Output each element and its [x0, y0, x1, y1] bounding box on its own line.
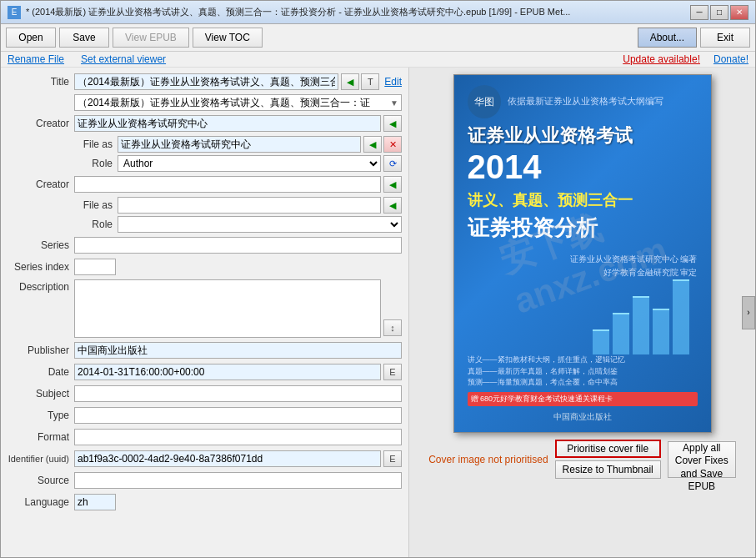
creator2-fileas-row: File as ◀ [74, 197, 402, 214]
creator2-fileas-left-btn[interactable]: ◀ [383, 197, 402, 214]
resize-thumbnail-button[interactable]: Resize to Thumbnail [555, 460, 661, 479]
type-label: Type [8, 410, 74, 421]
date-input[interactable] [74, 364, 381, 380]
cover-publisher: 中国商业出版社 [468, 411, 698, 423]
prioritise-cover-button[interactable]: Prioritise cover file [555, 440, 661, 458]
creator1-fileas-input[interactable] [118, 136, 361, 153]
title-row: Title ◀ T Edit [8, 73, 402, 91]
creator2-left-btn[interactable]: ◀ [383, 176, 402, 193]
type-row: Type [8, 406, 402, 425]
bar-4 [653, 309, 669, 354]
window-controls: ─ □ ✕ [690, 5, 748, 20]
date-E-btn[interactable]: E [383, 364, 402, 380]
source-label: Source [8, 475, 74, 486]
left-panel: Title ◀ T Edit （2014最新版）证券业从业资格考试讲义、真题、预… [1, 68, 409, 557]
language-input[interactable] [74, 494, 116, 510]
cover-promo: 讲义——紧扣教材和大纲，抓住重点，逻辑记忆 真题——最新历年真题，名师详解，点睛… [468, 354, 698, 389]
description-textarea[interactable] [74, 279, 381, 338]
identifier-input[interactable] [74, 450, 381, 467]
about-button[interactable]: About... [638, 28, 697, 48]
creator2-row: Creator ◀ [8, 175, 402, 194]
creator1-fileas-label: File as [74, 138, 118, 150]
creator1-btn-group: ◀ [383, 115, 402, 132]
title-combo-display[interactable]: （2014最新版）证券业从业资格考试讲义、真题、预测三合一：证 ▼ [74, 94, 402, 111]
format-input[interactable] [74, 429, 402, 445]
identifier-E-btn[interactable]: E [383, 450, 402, 467]
scroll-right-btn[interactable]: › [742, 296, 755, 329]
publisher-label: Publisher [8, 344, 74, 356]
creator1-sub-panel: File as ◀ ✕ Role Author Editor Translato… [74, 136, 402, 172]
series-index-input[interactable] [74, 259, 116, 275]
date-label: Date [8, 366, 74, 378]
creator1-fileas-btns: ◀ ✕ [363, 136, 402, 153]
save-button[interactable]: Save [59, 28, 109, 48]
description-btn-col: ↕ [383, 279, 402, 338]
creator2-btn-group: ◀ [383, 176, 402, 193]
creator1-cycle-btn[interactable]: ⟳ [383, 155, 402, 172]
publisher-row: Publisher [8, 341, 402, 359]
description-block: Description ↕ [8, 279, 402, 338]
identifier-btn-group: E [383, 450, 402, 467]
minimize-button[interactable]: ─ [690, 5, 708, 20]
subject-input[interactable] [74, 385, 402, 402]
close-button[interactable]: ✕ [730, 5, 748, 20]
donate-link[interactable]: Donate! [713, 53, 748, 65]
creator2-role-row: Role Author Editor [74, 216, 402, 233]
creator1-role-select[interactable]: Author Editor Translator [118, 155, 381, 172]
cover-subtitle: 依据最新证券业从业资格考试大纲编写 [508, 95, 663, 108]
creator1-left-btn[interactable]: ◀ [383, 115, 402, 132]
creator1-delete-btn[interactable]: ✕ [383, 136, 402, 153]
links-bar: Rename File Set external viewer Update a… [1, 52, 755, 68]
exit-button[interactable]: Exit [700, 28, 750, 48]
cover-controls: Cover image not prioritised Prioritise c… [416, 440, 748, 479]
creator1-fileas-left-btn[interactable]: ◀ [363, 136, 382, 153]
view-toc-button[interactable]: View TOC [193, 28, 263, 48]
identifier-label: Identifier (uuid) [8, 454, 74, 464]
update-available-link[interactable]: Update available! [623, 53, 700, 65]
title-label: Title [8, 76, 74, 88]
creator2-fileas-btns: ◀ [383, 197, 402, 214]
bar-chart [593, 279, 689, 354]
creator2-block: Creator ◀ File as ◀ Role [8, 175, 402, 233]
description-label: Description [8, 279, 74, 338]
series-label: Series [8, 239, 74, 251]
cover-tagline: 讲义、真题、预测三合一 [468, 190, 698, 210]
creator1-input[interactable] [74, 115, 381, 132]
bar-2 [613, 313, 629, 354]
language-label: Language [8, 496, 74, 508]
type-input[interactable] [74, 407, 402, 424]
title-edit-link[interactable]: Edit [384, 76, 402, 88]
open-button[interactable]: Open [6, 28, 56, 48]
right-links: Update available! Donate! [623, 53, 748, 65]
maximize-button[interactable]: □ [710, 5, 728, 20]
creator1-block: Creator ◀ File as ◀ ✕ [8, 114, 402, 172]
view-epub-button[interactable]: View EPUB [113, 28, 189, 48]
creator2-input[interactable] [74, 176, 381, 193]
rename-file-link[interactable]: Rename File [8, 53, 64, 65]
title-btn-group: ◀ T Edit [341, 73, 402, 90]
format-label: Format [8, 431, 74, 443]
cover-logo: 华图 [468, 85, 501, 118]
description-expand-btn[interactable]: ↕ [383, 319, 402, 336]
cover-status: Cover image not prioritised [428, 454, 548, 465]
creator1-fileas-row: File as ◀ ✕ [74, 136, 402, 153]
publisher-input[interactable] [74, 342, 402, 359]
app-icon: E [8, 6, 21, 19]
creator2-fileas-label: File as [74, 199, 118, 211]
cover-subject: 证券投资分析 [468, 214, 698, 243]
title-input[interactable] [74, 73, 338, 90]
title-T-btn[interactable]: T [361, 73, 379, 90]
window-title: * (2014最新版) 证券业从业资格考试讲义、真题、预测三合一：证券投资分析 … [26, 6, 690, 18]
creator2-role-select[interactable]: Author Editor [118, 216, 402, 233]
apply-all-button[interactable]: Apply allCover Fixesand SaveEPUB [668, 441, 736, 478]
title-left-btn[interactable]: ◀ [341, 73, 359, 90]
cover-logo-area: 华图 依据最新证券业从业资格考试大纲编写 [468, 85, 698, 118]
creator2-fileas-input[interactable] [118, 197, 381, 214]
source-input[interactable] [74, 472, 402, 489]
set-external-viewer-link[interactable]: Set external viewer [81, 53, 166, 65]
series-input[interactable] [74, 237, 402, 254]
source-row: Source [8, 471, 402, 490]
series-index-row: Series index [8, 258, 402, 276]
creator1-role-label: Role [74, 158, 118, 169]
creator1-row: Creator ◀ [8, 114, 402, 133]
